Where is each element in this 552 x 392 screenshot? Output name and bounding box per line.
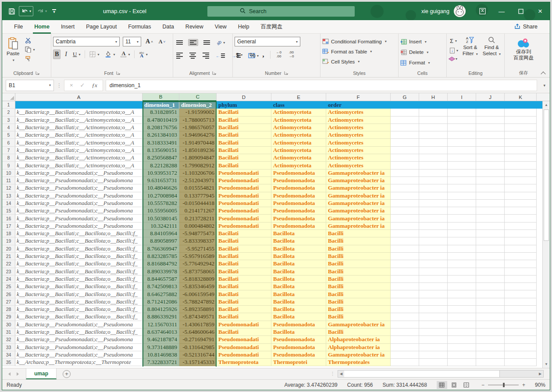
cell-A23[interactable]: k__Bacteria;p__Bacillati;c__Bacillota;o_…	[15, 268, 142, 275]
cell-I7[interactable]	[448, 147, 476, 154]
row-header-9[interactable]: 9	[2, 162, 15, 169]
cell-D16[interactable]: Pseudomonadati	[217, 215, 271, 222]
cell-D9[interactable]: Bacillati	[217, 162, 271, 169]
new-sheet-button[interactable]: +	[63, 370, 71, 378]
cell-styles-button[interactable]: Cell Styles▾	[322, 57, 396, 66]
cell-B3[interactable]: 8.478010419	[142, 117, 179, 124]
cell-H12[interactable]	[419, 184, 448, 192]
cell-C19[interactable]: -5.833398337	[179, 237, 217, 245]
cell-G22[interactable]	[391, 260, 419, 268]
cell-F28[interactable]: Bacilli	[326, 306, 391, 313]
cell-K33[interactable]	[505, 344, 537, 351]
cell-D23[interactable]: Bacillati	[217, 268, 271, 275]
cell-A9[interactable]: k__Bacteria;p__Bacillati;c__Actinomyceto…	[15, 162, 142, 169]
horizontal-scrollbar[interactable]: ◀ ▶	[338, 370, 544, 378]
cell-I15[interactable]	[448, 207, 476, 215]
zoom-slider[interactable]	[488, 385, 519, 385]
row-header-11[interactable]: 11	[2, 177, 15, 184]
orientation-button[interactable]: ab▾	[215, 39, 226, 46]
row-header-16[interactable]: 16	[2, 215, 15, 222]
enter-icon[interactable]: ✓	[80, 82, 85, 88]
cell-D5[interactable]: Bacillati	[217, 131, 271, 139]
formula-bar-grip[interactable]: ⋮	[57, 82, 61, 88]
cell-E6[interactable]: Actinomycetota	[271, 139, 326, 146]
cell-I12[interactable]	[448, 184, 476, 192]
cell-B10[interactable]: 10.93953172	[142, 170, 179, 177]
cell-B16[interactable]: 10.50380145	[142, 215, 179, 222]
cell-K4[interactable]	[505, 124, 537, 131]
cell-D29[interactable]: Bacillati	[217, 313, 271, 321]
cell-K23[interactable]	[505, 268, 537, 275]
cell-H17[interactable]	[419, 222, 448, 230]
format-as-table-button[interactable]: Format as Table▾	[322, 47, 396, 56]
cell-I24[interactable]	[448, 275, 476, 283]
cell-A11[interactable]: k__Bacteria;p__Pseudomonadati;c__Pseudom…	[15, 177, 142, 184]
cell-G7[interactable]	[391, 147, 419, 154]
cell-D33[interactable]: Pseudomonadati	[217, 344, 271, 351]
cell-D17[interactable]: Pseudomonadati	[217, 222, 271, 230]
user-name[interactable]: xie guigang	[421, 8, 449, 14]
cell-H35[interactable]	[419, 359, 448, 366]
cell-G24[interactable]	[391, 275, 419, 283]
cell-I21[interactable]	[448, 253, 476, 260]
cell-I28[interactable]	[448, 306, 476, 313]
cell-K34[interactable]	[505, 351, 537, 359]
scroll-down-icon[interactable]: ▼	[543, 360, 550, 368]
cell-K7[interactable]	[505, 147, 537, 154]
font-color-button[interactable]: A▾	[119, 50, 131, 58]
zoom-in-icon[interactable]: +	[522, 382, 525, 388]
cell-A24[interactable]: k__Bacteria;p__Bacillati;c__Bacillota;o_…	[15, 275, 142, 283]
page-break-preview-icon[interactable]	[461, 381, 472, 389]
column-header-J[interactable]: J	[476, 93, 505, 101]
cell-A10[interactable]: k__Bacteria;p__Pseudomonadati;c__Pseudom…	[15, 170, 142, 177]
cell-B26[interactable]: 8.646275882	[142, 290, 179, 298]
cell-F1[interactable]: order	[326, 101, 391, 109]
cell-J7[interactable]	[476, 147, 505, 154]
cell-J6[interactable]	[476, 139, 505, 146]
align-left-button[interactable]	[175, 52, 184, 60]
cell-D20[interactable]: Bacillati	[217, 245, 271, 253]
cell-D27[interactable]: Bacillati	[217, 298, 271, 306]
tab-scroll-grip[interactable]: ⋮	[330, 371, 335, 377]
close-button[interactable]: ×	[531, 2, 550, 20]
cell-G10[interactable]	[391, 170, 419, 177]
cell-G2[interactable]	[391, 109, 419, 116]
cell-H33[interactable]	[419, 344, 448, 351]
paste-button[interactable]: Paste▾	[4, 35, 22, 65]
cell-I27[interactable]	[448, 298, 476, 306]
cell-F24[interactable]: Bacilli	[326, 275, 391, 283]
cell-I4[interactable]	[448, 124, 476, 131]
cell-H4[interactable]	[419, 124, 448, 131]
cell-I5[interactable]	[448, 131, 476, 139]
cell-J8[interactable]	[476, 154, 505, 162]
cell-F29[interactable]: Bacilli	[326, 313, 391, 321]
cell-E24[interactable]: Bacillota	[271, 275, 326, 283]
tab-formulas[interactable]: Formulas	[122, 20, 157, 34]
cell-C12[interactable]: 0.015554821	[179, 184, 217, 192]
cell-I29[interactable]	[448, 313, 476, 321]
cell-F7[interactable]: Actinomycetes	[326, 147, 391, 154]
cell-A1[interactable]	[15, 101, 142, 109]
clear-button[interactable]: ▾	[449, 56, 459, 62]
cell-C23[interactable]: -5.873758065	[179, 268, 217, 275]
row-header-2[interactable]: 2	[2, 109, 15, 116]
cell-J16[interactable]	[476, 215, 505, 222]
cell-E21[interactable]: Bacillota	[271, 253, 326, 260]
accounting-format-button[interactable]: $▾	[235, 51, 244, 59]
cell-G17[interactable]	[391, 222, 419, 230]
increase-decimal-button[interactable]: ←0.00	[275, 50, 283, 60]
cell-K30[interactable]	[505, 321, 537, 328]
row-header-30[interactable]: 30	[2, 321, 15, 328]
cell-G26[interactable]	[391, 290, 419, 298]
cell-G20[interactable]	[391, 245, 419, 253]
cell-J30[interactable]	[476, 321, 505, 328]
cell-E2[interactable]: Actinomycetota	[271, 109, 326, 116]
cell-D25[interactable]: Bacillati	[217, 283, 271, 290]
column-header-A[interactable]: A	[15, 93, 142, 101]
zoom-level[interactable]: 90%	[535, 382, 545, 388]
bottom-align-button[interactable]	[202, 39, 211, 46]
cell-H11[interactable]	[419, 177, 448, 184]
cell-C1[interactable]: dimension_2	[179, 101, 217, 109]
font-size-select[interactable]: 11▾	[123, 37, 141, 46]
row-header-27[interactable]: 27	[2, 298, 15, 306]
